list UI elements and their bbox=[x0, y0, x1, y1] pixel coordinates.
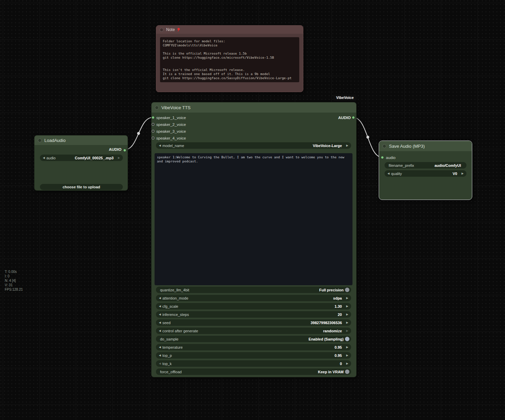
widget-label: seed bbox=[162, 321, 171, 325]
input-port-speaker-3-voice[interactable] bbox=[152, 130, 155, 133]
right-arrow-icon[interactable]: ▶ bbox=[345, 142, 349, 149]
widget-value: Enabled (Sampling) bbox=[308, 337, 345, 341]
left-arrow-icon[interactable]: ◀ bbox=[158, 360, 162, 367]
node-badge-vibevoice: VibeVoice bbox=[333, 95, 357, 101]
right-arrow-icon[interactable]: ▶ bbox=[345, 311, 349, 318]
widget-value: 1.30 bbox=[335, 304, 345, 308]
output-port-audio[interactable] bbox=[352, 116, 355, 119]
widget-attention-mode[interactable]: ◀ attention_mode sdpa ▶ bbox=[156, 295, 351, 301]
right-arrow-icon[interactable]: ▶ bbox=[345, 319, 349, 326]
widget-label: inference_steps bbox=[162, 313, 189, 317]
input-port-speaker-1-voice[interactable] bbox=[152, 116, 155, 119]
vibevoice-tts-node[interactable]: VibeVoice TTS speaker_1_voice speaker_2_… bbox=[151, 102, 357, 377]
widget-label: control after generate bbox=[162, 329, 198, 333]
widget-label: quantize_llm_4bit bbox=[160, 288, 189, 292]
widget-quality[interactable]: ◀ quality V0 ▶ bbox=[385, 170, 466, 177]
widget-value: sdpa bbox=[333, 296, 345, 300]
right-arrow-icon[interactable]: ▶ bbox=[345, 295, 349, 301]
collapse-dot[interactable] bbox=[155, 106, 159, 110]
toggle-icon[interactable] bbox=[345, 288, 349, 292]
left-arrow-icon[interactable]: ◀ bbox=[158, 142, 162, 149]
collapse-dot[interactable] bbox=[383, 144, 386, 148]
widget-cfg-scale[interactable]: ◀ cfg_scale 1.30 ▶ bbox=[156, 303, 351, 309]
left-arrow-icon[interactable]: ◀ bbox=[158, 352, 162, 359]
widget-label: filename_prefix bbox=[389, 163, 414, 168]
widget-value: ComfyUI_00025_.mp3 bbox=[75, 156, 117, 160]
widget-top-p[interactable]: ◀ top_p 0.95 ▶ bbox=[156, 352, 351, 359]
widget-label: model_name bbox=[162, 144, 184, 148]
widget-label: top_k bbox=[162, 362, 172, 366]
input-label-speaker-4-voice: speaker_4_voice bbox=[156, 135, 186, 141]
input-label-speaker-1-voice: speaker_1_voice bbox=[156, 115, 186, 120]
left-arrow-icon[interactable]: ◀ bbox=[158, 344, 162, 350]
input-port-speaker-2-voice[interactable] bbox=[152, 123, 155, 126]
widget-inference-steps[interactable]: ◀ inference_steps 20 ▶ bbox=[156, 311, 351, 318]
stat-line: V: 31 bbox=[5, 283, 23, 287]
widget-top-k[interactable]: ◀ top_k 0 ▶ bbox=[156, 360, 351, 367]
widget-label: audio bbox=[46, 156, 56, 160]
right-arrow-icon[interactable]: ▶ bbox=[345, 303, 349, 309]
output-port-audio[interactable] bbox=[123, 149, 126, 152]
node-graph-canvas[interactable]: T: 0.00s I: 0 N: 4 [4] V: 31 FPS:128.21 … bbox=[0, 0, 505, 420]
input-port-speaker-4-voice[interactable] bbox=[152, 136, 155, 140]
widget-audio-file[interactable]: ◀ audio ComfyUI_00025_.mp3 ▶ bbox=[40, 155, 123, 161]
note-node-title: Note bbox=[166, 27, 175, 32]
stat-line: FPS:128.21 bbox=[5, 287, 23, 292]
widget-value: randomize bbox=[323, 329, 345, 333]
tts-text-input[interactable]: speaker 1:Welcome to Curving the Bullet,… bbox=[155, 153, 352, 285]
output-label-audio: AUDIO bbox=[338, 115, 351, 120]
collapse-dot[interactable] bbox=[38, 139, 42, 142]
save-audio-title: Save Audio (MP3) bbox=[389, 144, 425, 149]
save-audio-header[interactable]: Save Audio (MP3) bbox=[379, 141, 472, 151]
widget-label: attention_mode bbox=[162, 296, 188, 300]
choose-file-button[interactable]: choose file to upload bbox=[40, 184, 123, 190]
right-arrow-icon[interactable]: ▶ bbox=[345, 328, 349, 334]
note-node-header[interactable]: Note bbox=[156, 26, 303, 34]
widget-label: temperature bbox=[162, 345, 183, 349]
left-arrow-icon[interactable]: ◀ bbox=[42, 155, 46, 161]
widget-value: 20 bbox=[338, 313, 345, 317]
right-arrow-icon[interactable]: ▶ bbox=[117, 155, 121, 161]
load-audio-node[interactable]: LoadAudio AUDIO ◀ audio ComfyUI_00025_.m… bbox=[34, 135, 128, 191]
left-arrow-icon[interactable]: ◀ bbox=[158, 328, 162, 334]
note-text[interactable]: Folder location for model files: COMFYUI… bbox=[160, 37, 299, 82]
toggle-icon[interactable] bbox=[345, 337, 349, 341]
output-label-audio: AUDIO bbox=[109, 147, 121, 152]
note-node[interactable]: Note Folder location for model files: CO… bbox=[156, 25, 303, 92]
widget-value: VibeVoice-Large bbox=[313, 144, 345, 148]
widget-seed[interactable]: ◀ seed 398279982306536 ▶ bbox=[156, 319, 351, 326]
input-label-speaker-2-voice: speaker_2_voice bbox=[156, 122, 186, 127]
stat-line: T: 0.00s bbox=[5, 270, 23, 274]
pin-icon bbox=[176, 28, 181, 32]
load-audio-header[interactable]: LoadAudio bbox=[34, 135, 128, 145]
save-audio-node[interactable]: Save Audio (MP3) audio filename_prefix a… bbox=[379, 141, 472, 200]
left-arrow-icon[interactable]: ◀ bbox=[158, 295, 162, 301]
widget-value: audio/ComfyUI bbox=[434, 163, 464, 168]
input-port-audio[interactable] bbox=[381, 156, 384, 159]
left-arrow-icon[interactable]: ◀ bbox=[387, 170, 390, 177]
right-arrow-icon[interactable]: ▶ bbox=[461, 170, 464, 177]
widget-value: Keep in VRAM bbox=[318, 370, 345, 374]
left-arrow-icon[interactable]: ◀ bbox=[158, 303, 162, 309]
right-arrow-icon[interactable]: ▶ bbox=[345, 360, 349, 367]
vibevoice-title: VibeVoice TTS bbox=[161, 105, 191, 110]
input-label-speaker-3-voice: speaker_3_voice bbox=[156, 129, 186, 134]
widget-do-sample[interactable]: do_sample Enabled (Sampling) bbox=[156, 336, 351, 342]
widget-filename-prefix[interactable]: filename_prefix audio/ComfyUI bbox=[385, 162, 466, 169]
widget-value: Full precision bbox=[319, 288, 345, 292]
right-arrow-icon[interactable]: ▶ bbox=[345, 344, 349, 350]
widget-control-after-generate[interactable]: ◀ control after generate randomize ▶ bbox=[156, 328, 351, 334]
collapse-dot[interactable] bbox=[160, 28, 163, 32]
widget-value: 0.95 bbox=[335, 353, 345, 358]
right-arrow-icon[interactable]: ▶ bbox=[345, 352, 349, 359]
widget-temperature[interactable]: ◀ temperature 0.95 ▶ bbox=[156, 344, 351, 350]
widget-force-offload[interactable]: force_offload Keep in VRAM bbox=[156, 368, 351, 375]
widget-model-name[interactable]: ◀ model_name VibeVoice-Large ▶ bbox=[156, 142, 351, 149]
left-arrow-icon[interactable]: ◀ bbox=[158, 311, 162, 318]
vibevoice-header[interactable]: VibeVoice TTS bbox=[152, 102, 356, 113]
widget-quantize-llm-4bit[interactable]: quantize_llm_4bit Full precision bbox=[156, 287, 351, 293]
toggle-icon[interactable] bbox=[345, 370, 349, 374]
perf-stats: T: 0.00s I: 0 N: 4 [4] V: 31 FPS:128.21 bbox=[5, 270, 23, 292]
left-arrow-icon[interactable]: ◀ bbox=[158, 319, 162, 326]
stat-line: I: 0 bbox=[5, 274, 23, 278]
